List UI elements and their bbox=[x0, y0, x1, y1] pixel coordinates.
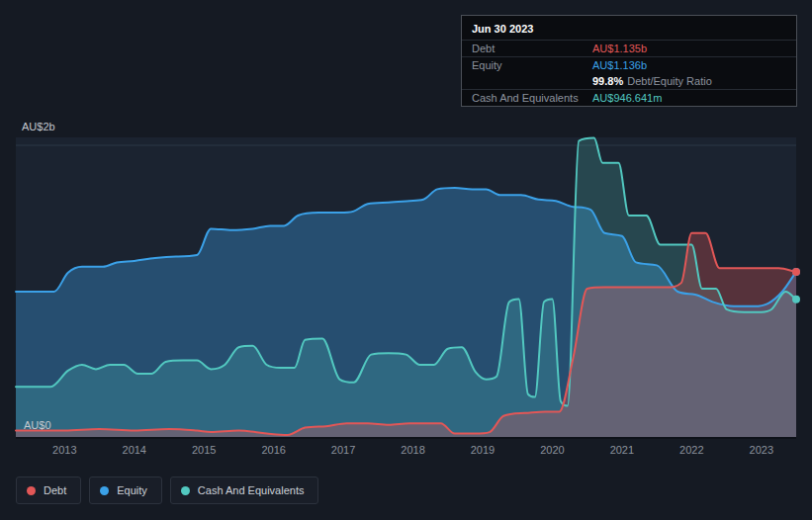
legend-debt-label: Debt bbox=[44, 484, 66, 496]
cash-color-swatch-icon bbox=[181, 486, 190, 495]
chart-tooltip: Jun 30 2023 Debt AU$1.135b Equity AU$1.1… bbox=[461, 15, 797, 107]
equity-color-swatch-icon bbox=[100, 486, 109, 495]
x-tick-2015: 2015 bbox=[192, 444, 216, 456]
tooltip-ratio: 99.8%Debt/Equity Ratio bbox=[592, 75, 786, 87]
x-tick-2018: 2018 bbox=[401, 444, 424, 456]
tooltip-ratio-row: 99.8%Debt/Equity Ratio bbox=[462, 73, 796, 90]
tooltip-debt-value: AU$1.135b bbox=[592, 43, 786, 54]
x-tick-2022: 2022 bbox=[679, 444, 703, 456]
x-tick-2014: 2014 bbox=[123, 444, 146, 456]
x-tick-2021: 2021 bbox=[610, 444, 634, 456]
legend-item-cash[interactable]: Cash And Equivalents bbox=[170, 477, 319, 504]
cash-and-equivalents-endpoint-dot bbox=[792, 296, 800, 303]
tooltip-equity-value: AU$1.136b bbox=[592, 59, 786, 71]
tooltip-cash-label: Cash And Equivalents bbox=[472, 92, 592, 104]
debt-endpoint-dot bbox=[792, 268, 800, 276]
debt-to-equity-history-chart: AU$2b AU$0 2013 2014 2015 2016 2017 2018… bbox=[0, 0, 812, 520]
tooltip-debt-label: Debt bbox=[472, 43, 592, 54]
tooltip-debt-row: Debt AU$1.135b bbox=[462, 41, 796, 57]
y-axis-label-bottom: AU$0 bbox=[24, 419, 51, 431]
tooltip-equity-label: Equity bbox=[472, 59, 592, 71]
legend-equity-label: Equity bbox=[117, 484, 147, 496]
x-tick-2017: 2017 bbox=[331, 444, 355, 456]
y-axis-label-top: AU$2b bbox=[22, 121, 55, 132]
x-tick-2013: 2013 bbox=[52, 444, 76, 456]
tooltip-ratio-suffix: Debt/Equity Ratio bbox=[627, 75, 712, 87]
legend-item-debt[interactable]: Debt bbox=[16, 477, 81, 504]
chart-legend: Debt Equity Cash And Equivalents bbox=[16, 477, 318, 504]
tooltip-ratio-value: 99.8% bbox=[592, 75, 623, 87]
x-tick-2023: 2023 bbox=[750, 444, 773, 456]
tooltip-cash-value: AU$946.641m bbox=[592, 92, 786, 104]
legend-cash-label: Cash And Equivalents bbox=[198, 484, 305, 496]
tooltip-date: Jun 30 2023 bbox=[462, 16, 796, 41]
debt-color-swatch-icon bbox=[27, 486, 36, 495]
legend-item-equity[interactable]: Equity bbox=[89, 477, 162, 504]
x-tick-2016: 2016 bbox=[261, 444, 285, 456]
x-tick-2019: 2019 bbox=[471, 444, 495, 456]
x-tick-2020: 2020 bbox=[540, 444, 564, 456]
tooltip-equity-row: Equity AU$1.136b bbox=[462, 57, 796, 73]
tooltip-cash-row: Cash And Equivalents AU$946.641m bbox=[462, 90, 796, 106]
